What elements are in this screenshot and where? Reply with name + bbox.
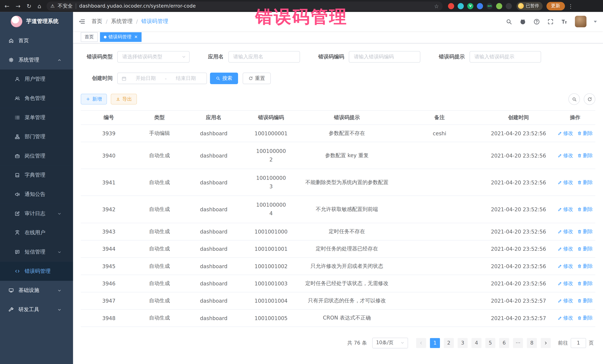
paw-extension-icon[interactable] <box>506 3 512 9</box>
edit-link[interactable]: 修改 <box>557 179 573 186</box>
breadcrumb-home[interactable]: 首页 <box>92 18 102 25</box>
page-size-select[interactable]: 10条/页 <box>372 338 408 348</box>
add-button[interactable]: 新增 <box>81 94 107 105</box>
sidebar-item-home[interactable]: 首页 <box>0 31 73 50</box>
sidebar-item-post[interactable]: 岗位管理 <box>0 146 73 166</box>
error-msg-label: 错误码提示 <box>439 53 465 60</box>
reset-button-label: 重置 <box>255 75 265 82</box>
delete-link[interactable]: 删除 <box>577 228 593 235</box>
help-icon[interactable] <box>533 18 540 25</box>
edit-link[interactable]: 修改 <box>557 245 573 252</box>
more-pages-button[interactable]: ··· <box>513 338 523 348</box>
reload-icon[interactable]: ↻ <box>26 2 31 9</box>
page-button-active[interactable]: 1 <box>430 338 440 348</box>
breadcrumb-system[interactable]: 系统管理 <box>111 18 132 25</box>
delete-link[interactable]: 删除 <box>577 315 593 321</box>
edit-link[interactable]: 修改 <box>557 228 573 235</box>
tag-item[interactable]: 首页 <box>81 32 98 42</box>
font-size-icon[interactable] <box>561 18 568 25</box>
sidebar-item-error-code[interactable]: 错误码管理 <box>0 262 73 281</box>
log-icon <box>15 211 20 216</box>
avatar-caret-icon[interactable] <box>594 21 597 22</box>
page-button[interactable]: 3 <box>458 338 468 348</box>
error-type-select[interactable]: 请选择错误码类型 <box>117 51 190 63</box>
green-v-extension-icon[interactable]: V <box>467 3 474 9</box>
toggle-search-button[interactable] <box>568 93 580 105</box>
edit-link[interactable]: 修改 <box>557 297 573 304</box>
bookmark-star-icon[interactable]: ☆ <box>434 3 439 9</box>
browser-profile-chip[interactable]: 已暂停 <box>517 2 543 10</box>
delete-link[interactable]: 删除 <box>577 179 593 186</box>
goto-page-input[interactable] <box>571 338 586 348</box>
app-logo[interactable]: 芋道管理系统 <box>0 12 73 31</box>
delete-link[interactable]: 删除 <box>577 263 593 269</box>
date-range-picker[interactable]: 开始日期 - 结束日期 <box>117 73 207 84</box>
sidebar-item-dept[interactable]: 部门管理 <box>0 127 73 146</box>
prev-page-button[interactable] <box>416 338 426 348</box>
blue-extension-icon[interactable] <box>477 3 483 9</box>
browser-update-button[interactable]: 更新 <box>546 2 565 10</box>
next-page-button[interactable] <box>541 338 551 348</box>
page-button[interactable]: 5 <box>485 338 495 348</box>
browser-menu-icon[interactable]: ⋮ <box>568 3 573 9</box>
sidebar-item-online-user[interactable]: 在线用户 <box>0 223 73 243</box>
tag-close-icon[interactable]: ✕ <box>134 35 138 40</box>
cell-remark <box>397 142 482 169</box>
sidebar-item-menu[interactable]: 菜单管理 <box>0 108 73 127</box>
red-extension-icon[interactable] <box>448 3 454 9</box>
on-badge-extension-icon[interactable]: on <box>487 3 493 9</box>
sidebar-item-notice[interactable]: 通知公告 <box>0 185 73 204</box>
error-code-input[interactable]: 请输入错误码编码 <box>349 51 420 63</box>
export-button[interactable]: 导出 <box>111 94 137 105</box>
tag-label: 首页 <box>85 34 94 40</box>
search-button[interactable]: 搜索 <box>210 73 238 84</box>
tag-active[interactable]: 错误码管理✕ <box>100 32 141 42</box>
app-name-input[interactable]: 请输入应用名 <box>228 51 300 63</box>
sidebar-collapse-icon[interactable] <box>79 18 85 25</box>
search-icon[interactable] <box>506 18 512 25</box>
sidebar-item-system[interactable]: 系统管理 <box>0 50 73 70</box>
page-button[interactable]: 2 <box>444 338 454 348</box>
leaf-extension-icon[interactable] <box>496 3 502 9</box>
back-icon[interactable]: ← <box>5 2 10 9</box>
sidebar-item-role[interactable]: 角色管理 <box>0 89 73 108</box>
cell-msg: 只有开启状态的任务，才可以修改 <box>297 292 397 309</box>
home-icon[interactable]: ⌂ <box>38 2 41 9</box>
page-button[interactable]: 6 <box>499 338 509 348</box>
delete-link[interactable]: 删除 <box>577 152 593 159</box>
delete-link[interactable]: 删除 <box>577 245 593 252</box>
forward-icon[interactable]: → <box>16 2 20 9</box>
sidebar-item-audit-log[interactable]: 审计日志 <box>0 204 73 223</box>
error-msg-input[interactable]: 请输入错误码提示 <box>469 51 541 63</box>
sidebar-item-user[interactable]: 用户管理 <box>0 69 73 89</box>
edit-link[interactable]: 修改 <box>557 152 573 159</box>
edit-link[interactable]: 修改 <box>557 206 573 213</box>
sidebar-item-dict[interactable]: 字典管理 <box>0 165 73 185</box>
online-user-icon <box>15 230 20 236</box>
browser-nav: ← → ↻ ⌂ <box>0 2 46 9</box>
fullscreen-icon[interactable] <box>547 18 554 25</box>
goto-suffix: 页 <box>589 339 594 346</box>
sidebar-item-sms[interactable]: 短信管理 <box>0 243 73 262</box>
delete-link[interactable]: 删除 <box>577 280 593 287</box>
teal-extension-icon[interactable] <box>458 3 464 9</box>
sidebar-item-dev-tools[interactable]: 研发工具 <box>0 300 73 319</box>
delete-link[interactable]: 删除 <box>577 206 593 213</box>
edit-link[interactable]: 修改 <box>557 280 573 287</box>
github-icon[interactable] <box>520 18 526 25</box>
refresh-table-button[interactable] <box>584 93 595 105</box>
cell-created: 2021-04-20 23:52:56 <box>482 196 555 223</box>
user-avatar[interactable] <box>575 16 587 27</box>
edit-link[interactable]: 修改 <box>557 130 573 137</box>
page-button[interactable]: 4 <box>471 338 481 348</box>
edit-link[interactable]: 修改 <box>557 263 573 269</box>
address-bar[interactable]: ⚠ 不安全 dashboard.yudao.iocoder.cn/system/… <box>46 1 443 11</box>
delete-link[interactable]: 删除 <box>577 130 593 137</box>
sidebar-item-infra[interactable]: 基础设施 <box>0 281 73 300</box>
reset-button[interactable]: 重置 <box>243 73 271 84</box>
edit-link[interactable]: 修改 <box>557 315 573 321</box>
delete-link[interactable]: 删除 <box>577 297 593 304</box>
page-button[interactable]: 8 <box>527 338 537 348</box>
navbar-actions <box>506 16 597 27</box>
error-type-label: 错误码类型 <box>81 53 113 60</box>
